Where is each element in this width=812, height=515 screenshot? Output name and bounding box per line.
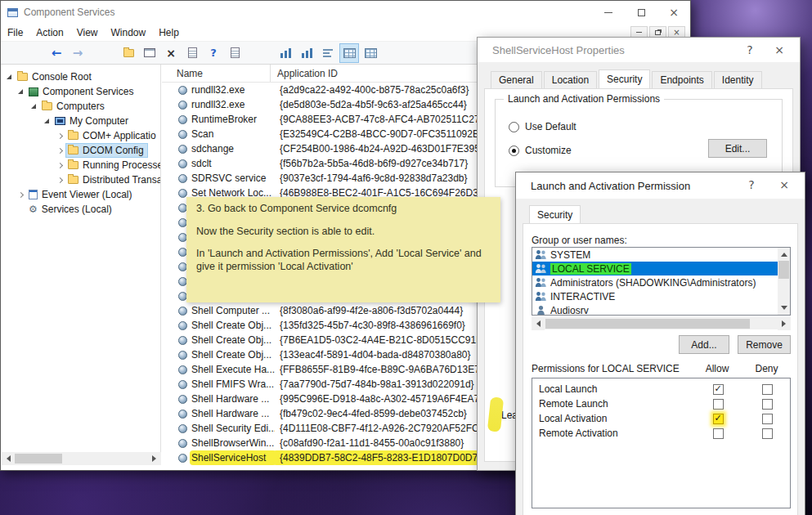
use-default-radio[interactable] xyxy=(509,122,519,132)
tab-endpoints[interactable]: Endpoints xyxy=(652,71,711,88)
note-line-3: In 'Launch and Activation Permissions', … xyxy=(196,248,491,273)
permission-row-remote-launch[interactable]: Remote Launch xyxy=(532,396,790,411)
dialog-title-bar[interactable]: ShellServiceHost Properties ? × xyxy=(478,38,800,62)
permission-row-local-launch[interactable]: Local Launch xyxy=(532,382,790,396)
add-button[interactable]: Add... xyxy=(679,335,729,354)
user-entry-local-service[interactable]: LOCAL SERVICE xyxy=(532,262,778,275)
expander-icon[interactable] xyxy=(56,134,64,138)
tab-security[interactable]: Security xyxy=(599,69,650,88)
up-one-level-icon[interactable] xyxy=(119,43,138,63)
scroll-right-icon[interactable] xyxy=(778,317,791,330)
expander-icon[interactable] xyxy=(56,178,64,182)
close-button[interactable]: × xyxy=(657,1,690,24)
permission-row-local-activation[interactable]: Local Activation xyxy=(532,411,790,426)
dialog-title-bar[interactable]: Launch and Activation Permission ? × xyxy=(516,172,805,199)
remove-button[interactable]: Remove xyxy=(738,335,791,354)
scroll-right-icon[interactable] xyxy=(148,452,161,465)
properties-tabs: General Location Security Endpoints Iden… xyxy=(484,71,793,88)
user-entry-audiosrv[interactable]: Audiosrv xyxy=(532,303,778,316)
expander-icon[interactable] xyxy=(43,119,51,123)
customize-radio[interactable] xyxy=(509,146,519,156)
menu-window[interactable]: Window xyxy=(105,25,153,40)
allow-checkbox-remote-activation[interactable] xyxy=(713,428,724,439)
deny-checkbox-remote-launch[interactable] xyxy=(762,399,773,410)
scroll-down-icon[interactable] xyxy=(778,302,790,315)
detail-view-icon[interactable] xyxy=(339,43,359,63)
tree-item-computers[interactable]: Computers xyxy=(2,99,160,114)
tree-item-console-root[interactable]: Console Root xyxy=(2,69,160,84)
deny-checkbox-local-activation[interactable] xyxy=(762,414,773,424)
help-icon[interactable]: ? xyxy=(204,43,223,63)
minimize-button[interactable] xyxy=(592,1,625,24)
allow-checkbox-remote-launch[interactable] xyxy=(713,399,724,410)
scroll-left-icon[interactable] xyxy=(532,317,545,330)
menu-action[interactable]: Action xyxy=(29,25,70,40)
allow-checkbox-local-launch[interactable] xyxy=(713,384,724,395)
tab-general[interactable]: General xyxy=(491,71,542,88)
scroll-left-icon[interactable] xyxy=(2,452,15,465)
tree-item-dcom-config[interactable]: DCOM Config xyxy=(2,143,160,158)
export-doc-icon xyxy=(231,47,240,58)
users-icon xyxy=(535,263,547,274)
bar-chart-view-icon[interactable] xyxy=(297,43,316,63)
menu-help[interactable]: Help xyxy=(152,25,186,40)
column-header-name[interactable]: Name xyxy=(162,65,271,82)
status-view-icon[interactable] xyxy=(276,43,295,63)
expander-icon[interactable] xyxy=(56,163,64,168)
tree-label: Running Processe xyxy=(83,159,161,171)
scrollbar-thumb[interactable] xyxy=(545,319,750,329)
tree-item-com-applications[interactable]: COM+ Applicatio xyxy=(2,128,160,143)
user-entry-system[interactable]: SYSTEM xyxy=(532,248,778,262)
back-icon[interactable]: ← xyxy=(47,43,66,63)
customize-radio-row[interactable]: Customize xyxy=(509,145,572,156)
user-entry-interactive[interactable]: INTERACTIVE xyxy=(532,289,778,303)
expander-icon[interactable] xyxy=(16,193,25,197)
tree-horizontal-scrollbar[interactable] xyxy=(2,452,161,465)
edit-button[interactable]: Edit... xyxy=(708,139,767,158)
properties-icon[interactable] xyxy=(182,43,202,63)
expander-icon[interactable] xyxy=(16,89,25,94)
scrollbar-thumb[interactable] xyxy=(15,454,62,464)
expander-icon[interactable] xyxy=(56,149,64,153)
column-header-application-id[interactable]: Application ID xyxy=(271,65,478,82)
scroll-up-icon[interactable] xyxy=(778,248,790,260)
tab-security[interactable]: Security xyxy=(529,205,581,223)
tab-identity[interactable]: Identity xyxy=(714,71,762,88)
show-console-tree-icon[interactable] xyxy=(140,43,159,63)
tree-item-component-services[interactable]: Component Services xyxy=(2,84,160,99)
permission-row-remote-activation[interactable]: Remote Activation xyxy=(532,426,790,441)
allow-checkbox-local-activation[interactable] xyxy=(713,414,724,424)
deny-checkbox-local-launch[interactable] xyxy=(762,384,773,395)
export-list-icon[interactable] xyxy=(225,43,244,63)
tree-item-my-computer[interactable]: My Computer xyxy=(2,114,160,128)
tree-item-services[interactable]: ⚙Services (Local) xyxy=(2,202,160,217)
dialog-close-button[interactable]: × xyxy=(770,172,798,197)
dialog-help-button[interactable]: ? xyxy=(738,172,765,197)
scrollbar-thumb[interactable] xyxy=(778,261,789,279)
delete-icon[interactable]: × xyxy=(161,43,181,63)
grid-view-icon[interactable] xyxy=(361,43,380,63)
list-view-icon[interactable] xyxy=(318,43,338,63)
dcom-app-icon xyxy=(178,321,187,330)
expander-icon[interactable] xyxy=(29,104,38,109)
userlist-vertical-scrollbar[interactable] xyxy=(778,248,790,315)
tab-location[interactable]: Location xyxy=(544,71,597,88)
dcom-app-icon xyxy=(178,336,187,345)
expander-icon[interactable] xyxy=(5,74,13,79)
menu-view[interactable]: View xyxy=(70,25,105,40)
title-bar[interactable]: Component Services × xyxy=(1,1,690,24)
tree-item-event-viewer[interactable]: Event Viewer (Local) xyxy=(2,187,160,202)
tree-item-running-processes[interactable]: Running Processe xyxy=(2,158,160,172)
userlist-horizontal-scrollbar[interactable] xyxy=(532,317,791,329)
maximize-button[interactable] xyxy=(625,1,657,24)
forward-icon[interactable]: → xyxy=(68,43,87,63)
dcom-app-icon xyxy=(178,86,187,95)
deny-checkbox-remote-activation[interactable] xyxy=(762,428,773,439)
tree-item-distributed-transaction[interactable]: Distributed Transa xyxy=(2,172,160,187)
dialog-close-button[interactable]: × xyxy=(765,38,793,62)
use-default-radio-row[interactable]: Use Default xyxy=(509,121,576,132)
dialog-help-button[interactable]: ? xyxy=(736,38,764,62)
annotation-note: 3. Go back to Component Service dcomcnfg… xyxy=(186,197,500,302)
user-entry-administrators[interactable]: Administrators (SHADOWKING\Administrator… xyxy=(532,275,778,289)
menu-file[interactable]: File xyxy=(1,25,29,40)
